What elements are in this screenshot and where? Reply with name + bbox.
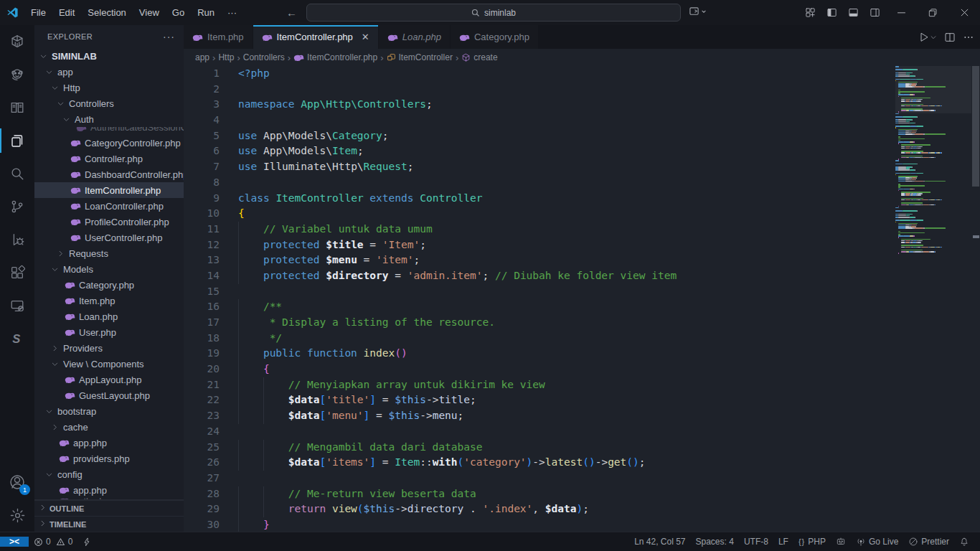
code-line-25[interactable]: 25 // Mengambil data dari database [184,440,980,456]
activity-search-icon[interactable] [0,157,34,190]
tree-item-providers-php[interactable]: providers.php [34,451,184,466]
command-center-search[interactable]: siminlab [306,4,681,22]
tree-item-applayout-php[interactable]: AppLayout.php [34,372,184,387]
activity-explorer-icon[interactable] [0,124,34,157]
tree-item-user-php[interactable]: User.php [34,324,184,340]
tree-item-category-php[interactable]: Category.php [34,277,184,293]
status-prettier[interactable]: Prettier [903,537,954,547]
menu-go[interactable]: Go [166,4,191,22]
more-actions-button[interactable] [963,32,974,43]
status-robot-icon[interactable] [831,537,851,547]
activity-container-icon[interactable] [0,25,34,58]
status-lf[interactable]: LF [773,537,793,547]
status-bell-icon[interactable] [954,537,974,547]
breadcrumb-create[interactable]: create [461,52,497,62]
tree-item-cache[interactable]: cache [34,419,184,435]
code-line-13[interactable]: 13 protected $menu = 'item'; [184,253,980,268]
breadcrumb-controllers[interactable]: Controllers [243,52,285,62]
tab-item-php[interactable]: Item.php [184,25,253,49]
tree-item-providers[interactable]: Providers [34,340,184,356]
split-editor-button[interactable] [944,32,956,43]
panel-outline[interactable]: OUTLINE [34,500,184,516]
tree-item-profilecontroller-php[interactable]: ProfileController.php [34,214,184,230]
zap-indicator[interactable] [77,537,96,547]
nav-back-icon[interactable]: ← [286,6,297,19]
code-line-26[interactable]: 26 $data['items'] = Item::with('category… [184,455,980,471]
tree-item-http[interactable]: Http [34,80,184,95]
close-tab-icon[interactable]: ✕ [362,32,369,42]
tree-item-item-php[interactable]: Item.php [34,293,184,309]
tab-loan-php[interactable]: Loan.php [379,25,451,49]
activity-monkey-icon[interactable] [0,58,34,91]
tree-item-controllers[interactable]: Controllers [34,95,184,111]
activity-extensions-icon[interactable] [0,256,34,289]
tree-item-app-php[interactable]: app.php [34,482,184,498]
tree-item-config[interactable]: config [34,466,184,482]
activity-debug-icon[interactable] [0,223,34,256]
toggle-secondary-sidebar-icon[interactable] [864,4,885,22]
menu-[interactable]: ··· [221,4,243,22]
breadcrumb-itemcontroller[interactable]: ItemController [387,52,453,62]
code-line-22[interactable]: 22 $data['title'] = $this->title; [184,392,980,408]
code-line-4[interactable]: 4 [184,113,980,128]
tree-item-siminlab[interactable]: SIMINLAB [34,48,184,64]
code-line-7[interactable]: 7use Illuminate\Http\Request; [184,159,980,175]
code-line-18[interactable]: 18 */ [184,331,980,347]
code-line-1[interactable]: 1<?php [184,66,980,82]
menu-file[interactable]: File [24,4,52,22]
activity-s-logo-icon[interactable]: S [0,322,34,355]
menu-edit[interactable]: Edit [52,4,81,22]
tree-item-requests[interactable]: Requests [34,245,184,261]
tab-itemcontroller-php[interactable]: ItemController.php✕ [253,25,379,49]
activity-book-icon[interactable] [0,91,34,124]
code-line-23[interactable]: 23 $data['menu'] = $this->menu; [184,408,980,424]
tree-item-categorycontroller-php[interactable]: CategoryController.php [34,135,184,151]
minimize-button[interactable] [885,0,917,25]
tree-item-loancontroller-php[interactable]: LoanController.php [34,198,184,214]
code-line-12[interactable]: 12 protected $title = 'Item'; [184,237,980,253]
status-utf-8[interactable]: UTF-8 [739,537,773,547]
scrollbar-thumb[interactable] [972,66,979,187]
code-line-30[interactable]: 30 } [184,517,980,532]
tree-item-authenticatedsessioncontroller-php[interactable]: AuthenticatedSessionController.php [34,127,184,135]
breadcrumb-http[interactable]: Http [218,52,234,62]
tree-item-app[interactable]: app [34,64,184,80]
code-line-2[interactable]: 2 [184,82,980,98]
tree-item-view-components[interactable]: View \ Components [34,356,184,372]
layout-control-button[interactable] [689,6,707,17]
activity-account-icon[interactable]: 1 [0,466,34,499]
code-line-15[interactable]: 15 [184,284,980,300]
code-line-11[interactable]: 11 // Variabel untuk data umum [184,222,980,237]
code-line-28[interactable]: 28 // Me-return view beserta data [184,486,980,502]
toggle-panel-icon[interactable] [842,4,864,22]
remote-indicator[interactable]: >< [0,537,29,547]
code-line-20[interactable]: 20 { [184,362,980,377]
code-line-10[interactable]: 10{ [184,206,980,222]
code-line-24[interactable]: 24 [184,424,980,440]
tree-item-models[interactable]: Models [34,261,184,277]
code-line-16[interactable]: 16 /** [184,299,980,315]
code-line-19[interactable]: 19 public function index() [184,346,980,362]
code-line-29[interactable]: 29 return view($this->directory . '.inde… [184,501,980,517]
tree-item-auth-php[interactable]: auth.php [34,498,184,499]
code-line-5[interactable]: 5use App\Models\Category; [184,128,980,144]
code-line-27[interactable]: 27 [184,471,980,486]
breadcrumb-itemcontroller-php[interactable]: ItemController.php [293,52,377,62]
breadcrumb-app[interactable]: app [195,52,209,62]
code-line-9[interactable]: 9class ItemController extends Controller [184,191,980,207]
tree-item-itemcontroller-php[interactable]: ItemController.php [34,182,184,198]
code-line-14[interactable]: 14 protected $directory = 'admin.item'; … [184,268,980,284]
panel-timeline[interactable]: TIMELINE [34,516,184,532]
tree-item-guestlayout-php[interactable]: GuestLayout.php [34,387,184,403]
activity-remote-explorer-icon[interactable] [0,289,34,322]
tree-item-app-php[interactable]: app.php [34,435,184,451]
close-button[interactable] [948,0,980,25]
status-ln-42-col-57[interactable]: Ln 42, Col 57 [629,537,690,547]
tree-item-loan-php[interactable]: Loan.php [34,309,184,324]
explorer-more-actions-icon[interactable]: ··· [163,31,175,42]
menu-selection[interactable]: Selection [81,4,132,22]
code-line-3[interactable]: 3namespace App\Http\Controllers; [184,97,980,113]
tree-item-bootstrap[interactable]: bootstrap [34,403,184,419]
toggle-primary-sidebar-icon[interactable] [821,4,842,22]
status-go-live[interactable]: Go Live [851,537,903,547]
